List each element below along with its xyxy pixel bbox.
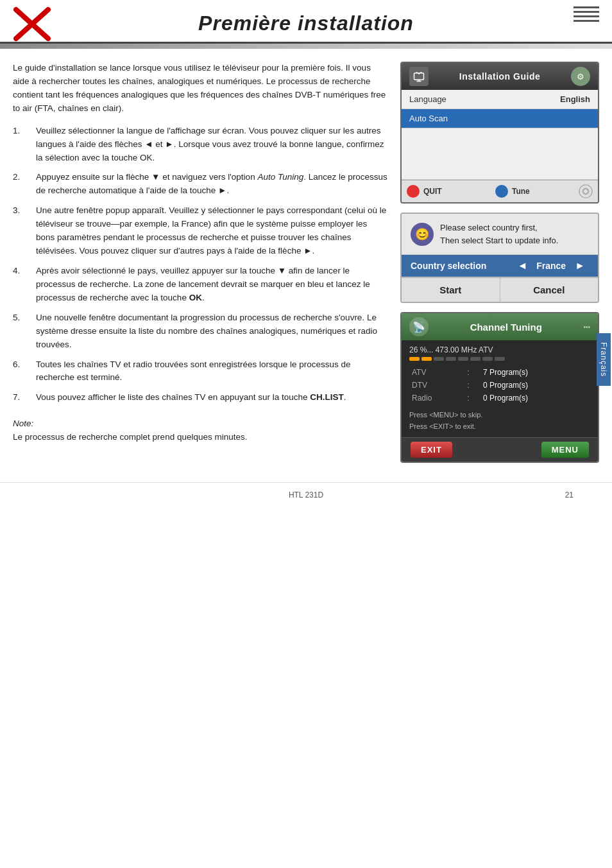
autoscan-label: Auto Scan [409, 114, 590, 123]
language-label: Language [409, 94, 560, 104]
footer-model: HTL 231D [289, 490, 323, 499]
decorative-bar [0, 44, 612, 49]
step-5-number: 5. [13, 311, 30, 352]
popup-line1: Please select country first, [440, 221, 558, 234]
nav-arrows [579, 180, 598, 202]
step-7-number: 7. [13, 391, 30, 404]
step-3: 3. Une autre fenêtre popup apparaît. Veu… [13, 204, 387, 258]
country-value: France [531, 261, 571, 271]
step-2: 2. Appuyez ensuite sur la flèche ▼ et na… [13, 171, 387, 198]
popup-text: Please select country first, Then select… [440, 221, 558, 247]
tuning-notes: Press <MENU> to skip. Press <EXIT> to ex… [409, 410, 590, 432]
installation-guide-title: Installation Guide [429, 71, 571, 82]
bar-seg-4 [446, 357, 456, 361]
tuning-dots: ••• [583, 324, 590, 331]
step-5-text: Une nouvelle fenêtre documentant la prog… [36, 311, 387, 352]
step-2-text: Appuyez ensuite sur la flèche ▼ et navig… [36, 171, 387, 198]
svg-point-3 [579, 185, 592, 198]
step-4-number: 4. [13, 265, 30, 305]
bar-seg-5 [458, 357, 468, 361]
note-section: Note: Le processus de recherche complet … [13, 417, 387, 444]
step-6-number: 6. [13, 358, 30, 385]
step-2-number: 2. [13, 171, 30, 198]
tune-button[interactable]: Tune [490, 180, 579, 202]
radio-value: 0 Program(s) [480, 392, 590, 404]
menu-button[interactable]: MENU [541, 442, 589, 458]
tuning-bar [409, 357, 590, 361]
exit-button[interactable]: EXIT [411, 442, 452, 458]
settings-icon: ⚙ [571, 67, 590, 86]
nav-icon [579, 184, 593, 198]
step-6: 6. Toutes les chaînes TV et radio trouvé… [13, 358, 387, 385]
bar-seg-8 [495, 357, 505, 361]
quit-label: QUIT [423, 187, 442, 196]
quit-button[interactable]: QUIT [402, 180, 490, 202]
tv-icon [409, 67, 429, 86]
language-row: Language English [402, 90, 598, 109]
step-5: 5. Une nouvelle fenêtre documentant la p… [13, 311, 387, 352]
popup-line2: Then select Start to update info. [440, 234, 558, 247]
installation-guide-popup: Installation Guide ⚙ Language English Au… [400, 62, 599, 204]
tuning-note1: Press <MENU> to skip. [409, 410, 590, 421]
tuning-footer: EXIT MENU [402, 437, 598, 462]
start-button[interactable]: Start [402, 278, 500, 302]
empty-rows [402, 128, 598, 180]
step-1-number: 1. [13, 125, 30, 165]
step-4-text: Après avoir sélectionné le pays, veuille… [36, 265, 387, 305]
step-1: 1. Veuillez sélectionner la langue de l'… [13, 125, 387, 165]
cancel-button[interactable]: Cancel [500, 278, 599, 302]
country-selection-popup: 😊 Please select country first, Then sele… [400, 213, 599, 303]
tuning-table: ATV : 7 Program(s) DTV : 0 Program(s) Ra… [409, 366, 590, 404]
bar-seg-7 [482, 357, 493, 361]
step-3-text: Une autre fenêtre popup apparaît. Veuill… [36, 204, 387, 258]
step-7-text: Vous pouvez afficher le liste des chaîne… [36, 391, 346, 404]
step-1-text: Veuillez sélectionner la langue de l'aff… [36, 125, 387, 165]
radio-row: Radio : 0 Program(s) [409, 392, 590, 404]
tuning-progress: 26 %... 473.00 MHz ATV [409, 345, 590, 354]
bar-seg-3 [434, 357, 444, 361]
steps-list: 1. Veuillez sélectionner la langue de l'… [13, 125, 387, 405]
bar-seg-2 [421, 357, 432, 361]
sidebar-language-label: Français [597, 333, 611, 386]
atv-colon: : [464, 366, 480, 379]
tune-label: Tune [512, 187, 530, 196]
left-arrow-button[interactable]: ◄ [513, 260, 531, 272]
country-label: Country selection [411, 261, 513, 271]
dtv-colon: : [464, 379, 480, 392]
dtv-row: DTV : 0 Program(s) [409, 379, 590, 392]
autoscan-row: Auto Scan [402, 109, 598, 128]
page-title: Première installation [198, 12, 414, 35]
step-7: 7. Vous pouvez afficher le liste des cha… [13, 391, 387, 404]
country-row: Country selection ◄ France ► [402, 255, 598, 277]
page-number: 21 [565, 490, 574, 499]
radio-colon: : [464, 392, 480, 404]
tuning-title: Channel Tuning [429, 322, 583, 333]
radio-label: Radio [409, 392, 464, 404]
step-3-number: 3. [13, 204, 30, 258]
face-icon: 😊 [411, 223, 434, 246]
bar-seg-1 [409, 357, 420, 361]
tuning-icon: 📡 [409, 317, 429, 336]
right-arrow-button[interactable]: ► [571, 260, 589, 272]
note-text: Le processus de recherche complet prend … [13, 432, 247, 442]
dtv-value: 0 Program(s) [480, 379, 590, 392]
guide-footer: QUIT Tune [402, 180, 598, 202]
intro-paragraph: Le guide d'installation se lance lorsque… [13, 62, 387, 116]
decorative-lines [574, 6, 599, 22]
channel-tuning-popup: 📡 Channel Tuning ••• 26 %... 473.00 MHz … [400, 312, 599, 463]
popup-buttons: Start Cancel [402, 277, 598, 302]
tuning-body: 26 %... 473.00 MHz ATV ATV [402, 340, 598, 437]
language-value: English [560, 94, 590, 104]
tune-circle [495, 185, 508, 198]
popup-message: 😊 Please select country first, Then sele… [402, 214, 598, 255]
tuning-header: 📡 Channel Tuning ••• [402, 313, 598, 340]
dtv-label: DTV [409, 379, 464, 392]
atv-row: ATV : 7 Program(s) [409, 366, 590, 379]
tuning-note2: Press <EXIT> to exit. [409, 421, 590, 433]
quit-circle [407, 185, 420, 198]
step-6-text: Toutes les chaînes TV et radio trouvées … [36, 358, 387, 385]
atv-label: ATV [409, 366, 464, 379]
atv-value: 7 Program(s) [480, 366, 590, 379]
note-label: Note: [13, 419, 33, 428]
brand-logo [13, 6, 51, 42]
